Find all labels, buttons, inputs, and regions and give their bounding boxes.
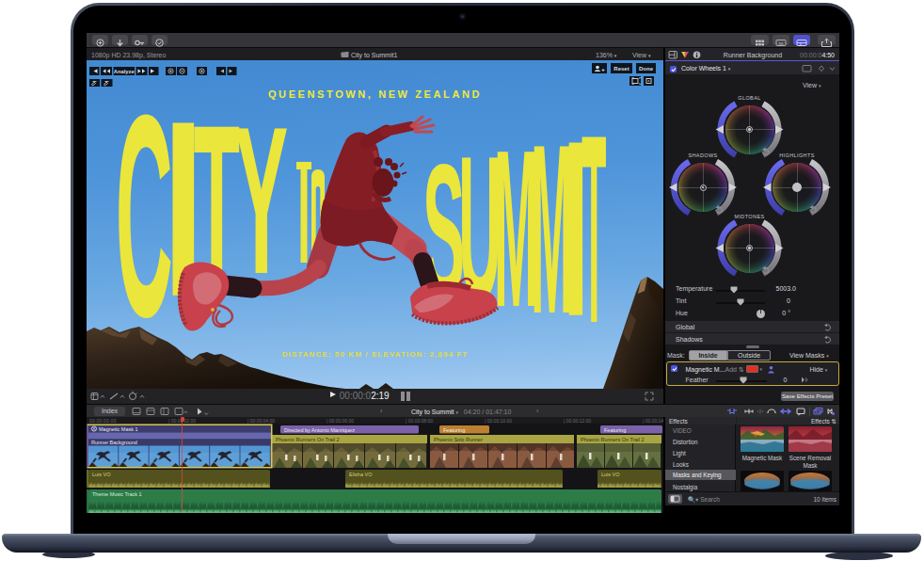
svg-text:Phoenix Solo Runner: Phoenix Solo Runner <box>434 437 483 442</box>
svg-text:Scene Removal: Scene Removal <box>789 455 831 461</box>
svg-text:Analyze: Analyze <box>114 69 135 74</box>
svg-text:Directed by Antonio Manriquez: Directed by Antonio Manriquez <box>284 427 355 433</box>
svg-text:Runner Background: Runner Background <box>91 440 137 445</box>
svg-text:Luis VO: Luis VO <box>601 472 620 477</box>
svg-text:Phoenix Runners On Trail 2: Phoenix Runners On Trail 2 <box>581 437 645 442</box>
svg-text:Theme Music Track 1: Theme Music Track 1 <box>92 491 142 497</box>
svg-text:Elisha VO: Elisha VO <box>349 472 373 477</box>
svg-text:Magnetic Mask: Magnetic Mask <box>742 455 783 462</box>
svg-text:Reset: Reset <box>613 66 629 72</box>
svg-text:Magnetic Mask 1: Magnetic Mask 1 <box>99 426 138 432</box>
svg-text:Featuring: Featuring <box>604 427 626 433</box>
svg-text:Mask: Mask <box>803 462 818 469</box>
svg-text:Done: Done <box>639 66 654 72</box>
svg-text:Luis VO: Luis VO <box>92 472 111 477</box>
svg-text:Featuring: Featuring <box>443 427 465 433</box>
svg-text:Phoenix Runners On Trail 2: Phoenix Runners On Trail 2 <box>276 437 340 442</box>
svg-text:ss: ss <box>779 40 785 46</box>
svg-text:T: T <box>581 78 606 378</box>
